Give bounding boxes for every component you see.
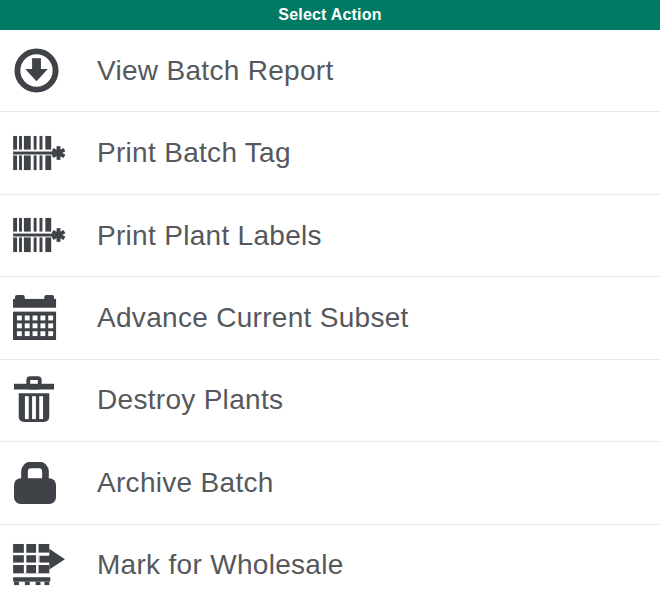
download-circle-icon [0,47,97,94]
action-menu: View Batch Report [0,30,660,606]
barcode-scan-icon [0,134,97,173]
menu-item-label: Mark for Wholesale [97,549,344,581]
menu-item-label: View Batch Report [97,55,333,87]
menu-item-label: Print Plant Labels [97,220,322,252]
trash-icon [0,376,97,424]
menu-item-print-batch-tag[interactable]: Print Batch Tag [0,112,660,194]
menu-item-print-plant-labels[interactable]: Print Plant Labels [0,195,660,277]
menu-item-destroy-plants[interactable]: Destroy Plants [0,360,660,442]
select-action-dialog: Select Action View Batch Report [0,0,660,606]
menu-item-archive-batch[interactable]: Archive Batch [0,442,660,524]
lock-icon [0,462,97,504]
menu-item-label: Advance Current Subset [97,302,409,334]
menu-item-label: Print Batch Tag [97,137,291,169]
menu-item-label: Destroy Plants [97,384,283,416]
pallet-arrow-icon [0,543,97,588]
barcode-scan-icon [0,216,97,255]
menu-item-label: Archive Batch [97,467,274,499]
menu-item-advance-current-subset[interactable]: Advance Current Subset [0,277,660,359]
calendar-icon [0,295,97,340]
menu-item-mark-for-wholesale[interactable]: Mark for Wholesale [0,525,660,606]
menu-item-view-batch-report[interactable]: View Batch Report [0,30,660,112]
dialog-title: Select Action [0,0,660,30]
